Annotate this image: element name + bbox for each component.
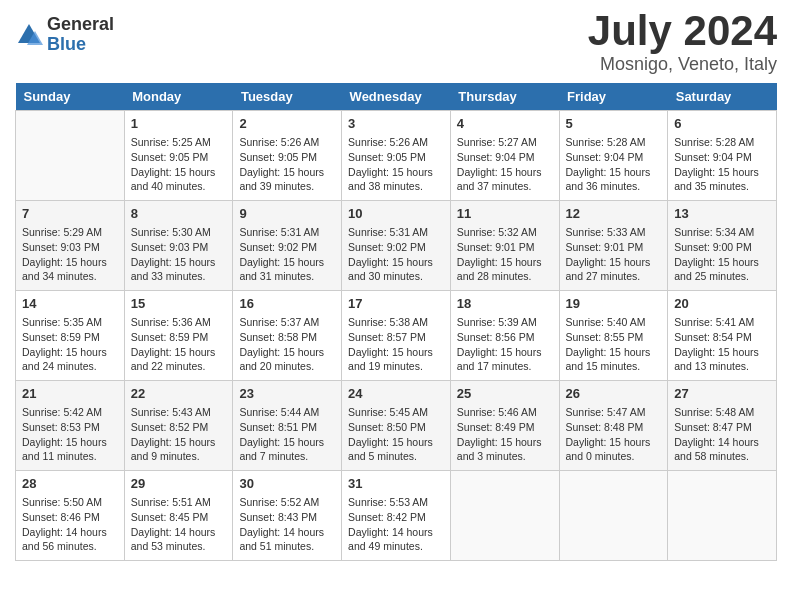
day-cell: 14Sunrise: 5:35 AM Sunset: 8:59 PM Dayli… [16, 291, 125, 381]
day-info: Sunrise: 5:29 AM Sunset: 9:03 PM Dayligh… [22, 225, 118, 284]
day-number: 17 [348, 295, 444, 313]
day-number: 9 [239, 205, 335, 223]
day-cell: 12Sunrise: 5:33 AM Sunset: 9:01 PM Dayli… [559, 201, 668, 291]
day-cell: 8Sunrise: 5:30 AM Sunset: 9:03 PM Daylig… [124, 201, 233, 291]
day-number: 30 [239, 475, 335, 493]
day-info: Sunrise: 5:41 AM Sunset: 8:54 PM Dayligh… [674, 315, 770, 374]
col-header-sunday: Sunday [16, 83, 125, 111]
day-cell: 9Sunrise: 5:31 AM Sunset: 9:02 PM Daylig… [233, 201, 342, 291]
day-cell: 22Sunrise: 5:43 AM Sunset: 8:52 PM Dayli… [124, 381, 233, 471]
day-number: 13 [674, 205, 770, 223]
day-number: 7 [22, 205, 118, 223]
day-info: Sunrise: 5:25 AM Sunset: 9:05 PM Dayligh… [131, 135, 227, 194]
day-cell: 23Sunrise: 5:44 AM Sunset: 8:51 PM Dayli… [233, 381, 342, 471]
day-number: 14 [22, 295, 118, 313]
day-info: Sunrise: 5:52 AM Sunset: 8:43 PM Dayligh… [239, 495, 335, 554]
day-cell: 25Sunrise: 5:46 AM Sunset: 8:49 PM Dayli… [450, 381, 559, 471]
day-info: Sunrise: 5:46 AM Sunset: 8:49 PM Dayligh… [457, 405, 553, 464]
day-info: Sunrise: 5:34 AM Sunset: 9:00 PM Dayligh… [674, 225, 770, 284]
day-info: Sunrise: 5:47 AM Sunset: 8:48 PM Dayligh… [566, 405, 662, 464]
day-cell: 4Sunrise: 5:27 AM Sunset: 9:04 PM Daylig… [450, 111, 559, 201]
header: General Blue July 2024 Mosnigo, Veneto, … [15, 10, 777, 75]
logo-text: General Blue [47, 15, 114, 55]
day-info: Sunrise: 5:39 AM Sunset: 8:56 PM Dayligh… [457, 315, 553, 374]
day-info: Sunrise: 5:26 AM Sunset: 9:05 PM Dayligh… [348, 135, 444, 194]
day-number: 24 [348, 385, 444, 403]
col-header-saturday: Saturday [668, 83, 777, 111]
day-info: Sunrise: 5:26 AM Sunset: 9:05 PM Dayligh… [239, 135, 335, 194]
title-area: July 2024 Mosnigo, Veneto, Italy [588, 10, 777, 75]
day-number: 8 [131, 205, 227, 223]
day-number: 1 [131, 115, 227, 133]
day-number: 6 [674, 115, 770, 133]
week-row-4: 21Sunrise: 5:42 AM Sunset: 8:53 PM Dayli… [16, 381, 777, 471]
day-cell: 28Sunrise: 5:50 AM Sunset: 8:46 PM Dayli… [16, 471, 125, 561]
day-info: Sunrise: 5:27 AM Sunset: 9:04 PM Dayligh… [457, 135, 553, 194]
day-cell: 10Sunrise: 5:31 AM Sunset: 9:02 PM Dayli… [342, 201, 451, 291]
day-cell: 1Sunrise: 5:25 AM Sunset: 9:05 PM Daylig… [124, 111, 233, 201]
day-number: 10 [348, 205, 444, 223]
day-cell: 5Sunrise: 5:28 AM Sunset: 9:04 PM Daylig… [559, 111, 668, 201]
logo: General Blue [15, 15, 114, 55]
day-cell: 3Sunrise: 5:26 AM Sunset: 9:05 PM Daylig… [342, 111, 451, 201]
day-number: 4 [457, 115, 553, 133]
month-title: July 2024 [588, 10, 777, 52]
day-cell [16, 111, 125, 201]
day-number: 2 [239, 115, 335, 133]
day-number: 5 [566, 115, 662, 133]
col-header-thursday: Thursday [450, 83, 559, 111]
day-number: 12 [566, 205, 662, 223]
day-cell [559, 471, 668, 561]
day-number: 27 [674, 385, 770, 403]
day-number: 28 [22, 475, 118, 493]
day-info: Sunrise: 5:53 AM Sunset: 8:42 PM Dayligh… [348, 495, 444, 554]
week-row-2: 7Sunrise: 5:29 AM Sunset: 9:03 PM Daylig… [16, 201, 777, 291]
day-cell: 15Sunrise: 5:36 AM Sunset: 8:59 PM Dayli… [124, 291, 233, 381]
logo-icon [15, 21, 43, 49]
col-header-tuesday: Tuesday [233, 83, 342, 111]
day-info: Sunrise: 5:30 AM Sunset: 9:03 PM Dayligh… [131, 225, 227, 284]
day-number: 19 [566, 295, 662, 313]
day-number: 15 [131, 295, 227, 313]
day-number: 20 [674, 295, 770, 313]
col-header-friday: Friday [559, 83, 668, 111]
day-cell [668, 471, 777, 561]
day-info: Sunrise: 5:35 AM Sunset: 8:59 PM Dayligh… [22, 315, 118, 374]
day-info: Sunrise: 5:31 AM Sunset: 9:02 PM Dayligh… [239, 225, 335, 284]
day-number: 25 [457, 385, 553, 403]
week-row-1: 1Sunrise: 5:25 AM Sunset: 9:05 PM Daylig… [16, 111, 777, 201]
day-number: 3 [348, 115, 444, 133]
day-cell: 16Sunrise: 5:37 AM Sunset: 8:58 PM Dayli… [233, 291, 342, 381]
day-cell: 26Sunrise: 5:47 AM Sunset: 8:48 PM Dayli… [559, 381, 668, 471]
day-number: 11 [457, 205, 553, 223]
day-info: Sunrise: 5:31 AM Sunset: 9:02 PM Dayligh… [348, 225, 444, 284]
day-cell: 20Sunrise: 5:41 AM Sunset: 8:54 PM Dayli… [668, 291, 777, 381]
day-info: Sunrise: 5:36 AM Sunset: 8:59 PM Dayligh… [131, 315, 227, 374]
day-cell: 24Sunrise: 5:45 AM Sunset: 8:50 PM Dayli… [342, 381, 451, 471]
day-info: Sunrise: 5:44 AM Sunset: 8:51 PM Dayligh… [239, 405, 335, 464]
location-title: Mosnigo, Veneto, Italy [588, 54, 777, 75]
header-row: SundayMondayTuesdayWednesdayThursdayFrid… [16, 83, 777, 111]
day-info: Sunrise: 5:40 AM Sunset: 8:55 PM Dayligh… [566, 315, 662, 374]
day-cell: 21Sunrise: 5:42 AM Sunset: 8:53 PM Dayli… [16, 381, 125, 471]
day-number: 16 [239, 295, 335, 313]
day-info: Sunrise: 5:50 AM Sunset: 8:46 PM Dayligh… [22, 495, 118, 554]
day-info: Sunrise: 5:38 AM Sunset: 8:57 PM Dayligh… [348, 315, 444, 374]
day-info: Sunrise: 5:28 AM Sunset: 9:04 PM Dayligh… [674, 135, 770, 194]
calendar-table: SundayMondayTuesdayWednesdayThursdayFrid… [15, 83, 777, 561]
day-cell: 13Sunrise: 5:34 AM Sunset: 9:00 PM Dayli… [668, 201, 777, 291]
day-info: Sunrise: 5:28 AM Sunset: 9:04 PM Dayligh… [566, 135, 662, 194]
logo-blue-text: Blue [47, 35, 114, 55]
day-number: 18 [457, 295, 553, 313]
day-number: 22 [131, 385, 227, 403]
day-info: Sunrise: 5:32 AM Sunset: 9:01 PM Dayligh… [457, 225, 553, 284]
day-number: 31 [348, 475, 444, 493]
day-cell: 29Sunrise: 5:51 AM Sunset: 8:45 PM Dayli… [124, 471, 233, 561]
day-info: Sunrise: 5:43 AM Sunset: 8:52 PM Dayligh… [131, 405, 227, 464]
day-cell: 30Sunrise: 5:52 AM Sunset: 8:43 PM Dayli… [233, 471, 342, 561]
day-cell [450, 471, 559, 561]
day-info: Sunrise: 5:48 AM Sunset: 8:47 PM Dayligh… [674, 405, 770, 464]
day-cell: 17Sunrise: 5:38 AM Sunset: 8:57 PM Dayli… [342, 291, 451, 381]
day-info: Sunrise: 5:45 AM Sunset: 8:50 PM Dayligh… [348, 405, 444, 464]
week-row-3: 14Sunrise: 5:35 AM Sunset: 8:59 PM Dayli… [16, 291, 777, 381]
